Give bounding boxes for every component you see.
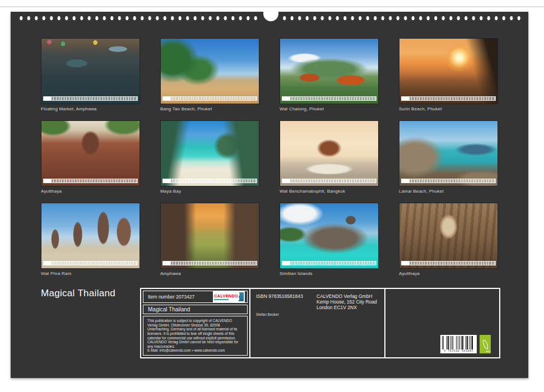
photo-similian-islands [280, 203, 379, 269]
mini-date-strip [162, 261, 257, 265]
mini-date-strip [282, 96, 376, 101]
copyright-text: This publication is subject to copyright… [143, 316, 248, 356]
month-thumbnail: Wat Phra Ram [41, 203, 140, 285]
isbn-row: ISBN 9783516581843 CALVENDO Verlag GmbH … [256, 293, 379, 310]
calendar-title-box: Magical Thailand [143, 305, 248, 314]
photo-caption: Bang Tao Beach, Phuket [160, 106, 259, 111]
month-thumbnail: Ayutthaya [399, 203, 498, 285]
photo-caption: Wat Benchamabophit, Bangkok [280, 189, 379, 194]
calendar-page: Floating Market, Amphawa Bang Tao Beach,… [11, 12, 528, 378]
photo-caption: Lamai Beach, Phuket [399, 189, 498, 194]
calvendo-logo-text: CALVENDO [214, 294, 238, 298]
calvendo-logo-wordmark: CALVENDO [214, 294, 238, 300]
mini-date-strip [401, 179, 496, 183]
hanger-notch [263, 12, 278, 21]
isbn: ISBN 9783516581843 [256, 293, 317, 310]
publisher-address: CALVENDO Verlag GmbH Kemp House, 152 Cit… [317, 293, 377, 310]
mini-date-strip [43, 179, 138, 183]
photo-caption: Wat Phra Ram [41, 271, 140, 276]
photo-ayutthaya-buddha-head [399, 203, 498, 269]
month-thumbnail: Amphawa [160, 203, 259, 285]
calvendo-logo: CALVENDO [213, 291, 245, 302]
calvendo-logo-tagline-bar [214, 299, 229, 300]
photo-caption: Surin Beach, Phuket [399, 106, 498, 111]
month-thumbnail: Wat Chalong, Phuket [280, 38, 379, 120]
eco-label-text: eco [486, 350, 490, 353]
month-thumbnail: Lamai Beach, Phuket [399, 120, 498, 203]
mini-date-strip [43, 96, 138, 101]
spiral-binding-holes-right [281, 16, 522, 21]
top-edge-shadow [0, 6, 544, 7]
month-thumbnail: Maya Bay [160, 120, 259, 203]
month-thumbnail: Wat Benchamabophit, Bangkok [280, 120, 379, 203]
mini-date-strip [282, 179, 376, 183]
item-number-box: Item number 2073427 CALVENDO [143, 291, 248, 303]
eco-label: eco [480, 335, 491, 353]
calendar-title: Magical Thailand [148, 306, 190, 312]
photo-floating-market-amphawa [41, 38, 140, 104]
photo-ayutthaya-ruins [41, 120, 140, 186]
month-thumbnail: Floating Market, Amphawa [41, 38, 140, 120]
month-thumbnail-grid: Floating Market, Amphawa Bang Tao Beach,… [41, 38, 498, 285]
month-thumbnail: Similian Islands [280, 203, 379, 285]
info-left-column: Item number 2073427 CALVENDO Magical Tha… [141, 289, 249, 357]
photo-bang-tao-beach [160, 38, 259, 104]
photo-caption: Ayutthaya [41, 189, 140, 194]
ean-barcode: 9 783516 581843 [440, 335, 477, 353]
item-number: Item number 2073427 [148, 294, 194, 300]
mini-date-strip [401, 96, 496, 101]
publisher-info-box: Item number 2073427 CALVENDO Magical Tha… [140, 288, 500, 358]
mini-date-strip [162, 96, 257, 101]
photo-wat-phra-ram [41, 203, 140, 269]
month-thumbnail: Surin Beach, Phuket [399, 38, 498, 120]
info-middle-column: ISBN 9783516581843 CALVENDO Verlag GmbH … [249, 289, 384, 357]
barcode-digits: 9 783516 581843 [442, 349, 475, 353]
photo-maya-bay [160, 120, 259, 186]
leaf-icon [481, 339, 489, 349]
mini-date-strip [43, 261, 138, 265]
photo-caption: Wat Chalong, Phuket [280, 106, 379, 111]
photo-caption: Floating Market, Amphawa [41, 106, 140, 111]
photo-caption: Ayutthaya [399, 271, 498, 276]
barcode-bars [442, 336, 475, 349]
photo-wat-chalong [280, 38, 379, 104]
month-thumbnail: Ayutthaya [41, 120, 140, 203]
photo-caption: Maya Bay [160, 189, 259, 194]
photo-wat-benchamabophit [280, 120, 379, 186]
info-right-column: 9 783516 581843 eco [384, 289, 499, 357]
month-thumbnail: Bang Tao Beach, Phuket [160, 38, 259, 120]
spiral-binding-holes-left [17, 16, 258, 21]
mini-date-strip [162, 179, 257, 183]
photo-lamai-beach [399, 120, 498, 186]
calvendo-torn-paper-icon [238, 292, 244, 301]
calendar-back-title: Magical Thailand [41, 288, 115, 299]
author-name: Stefan Becker [256, 312, 279, 316]
mini-date-strip [282, 261, 376, 265]
photo-caption: Similian Islands [280, 271, 379, 276]
photo-amphawa-canal [160, 203, 259, 269]
mini-date-strip [401, 261, 496, 265]
calendar-back-cover: Floating Market, Amphawa Bang Tao Beach,… [0, 0, 544, 392]
photo-caption: Amphawa [160, 271, 259, 276]
photo-surin-beach [399, 38, 498, 104]
